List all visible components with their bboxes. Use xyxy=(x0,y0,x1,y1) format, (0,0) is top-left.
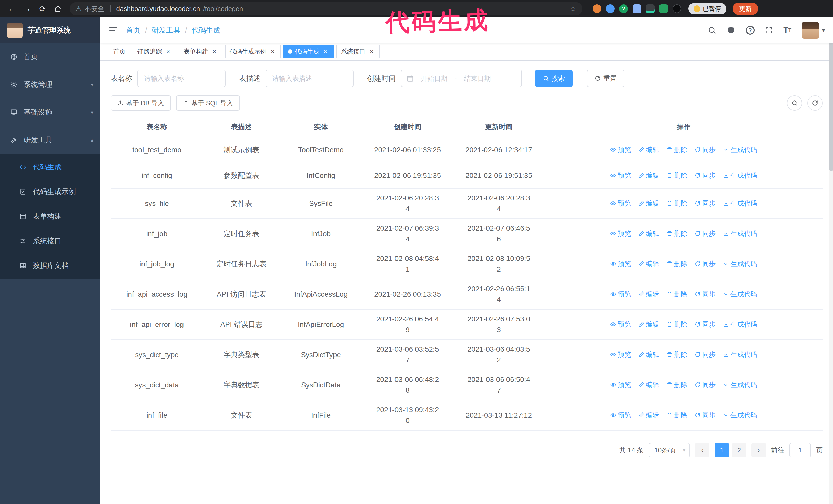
help-icon[interactable]: ? xyxy=(746,26,755,34)
op-edit[interactable]: 编辑 xyxy=(638,349,659,360)
paused-badge[interactable]: 已暂停 xyxy=(688,3,727,14)
op-sync[interactable]: 同步 xyxy=(695,228,716,239)
import-db-button[interactable]: 基于 DB 导入 xyxy=(111,95,171,111)
tab-1[interactable]: 链路追踪× xyxy=(133,45,176,58)
op-generate[interactable]: 生成代码 xyxy=(723,144,757,155)
close-icon[interactable]: × xyxy=(322,48,329,55)
toggle-search-button[interactable] xyxy=(787,95,802,111)
goto-page-input[interactable] xyxy=(789,443,811,457)
op-delete[interactable]: 删除 xyxy=(666,170,687,181)
refresh-button[interactable] xyxy=(807,95,823,111)
tab-5[interactable]: 系统接口× xyxy=(336,45,380,58)
home-icon[interactable] xyxy=(51,2,65,16)
op-preview[interactable]: 预览 xyxy=(610,144,631,155)
extension-icon[interactable] xyxy=(606,4,615,13)
fullscreen-icon[interactable] xyxy=(765,26,773,34)
op-delete[interactable]: 删除 xyxy=(666,228,687,239)
search-icon[interactable] xyxy=(708,26,716,34)
app-logo[interactable]: 芋道管理系统 xyxy=(0,18,100,43)
op-sync[interactable]: 同步 xyxy=(695,349,716,360)
op-preview[interactable]: 预览 xyxy=(610,289,631,299)
sidebar-item-infra[interactable]: 基础设施 ▾ xyxy=(0,98,100,126)
breadcrumb-item-2[interactable]: 代码生成 xyxy=(192,25,220,35)
breadcrumb-item-1[interactable]: 研发工具 xyxy=(152,25,181,35)
close-icon[interactable]: × xyxy=(211,48,218,55)
op-generate[interactable]: 生成代码 xyxy=(723,198,757,209)
op-generate[interactable]: 生成代码 xyxy=(723,319,757,330)
op-delete[interactable]: 删除 xyxy=(666,410,687,421)
op-sync[interactable]: 同步 xyxy=(695,144,716,155)
op-generate[interactable]: 生成代码 xyxy=(723,258,757,269)
tab-0[interactable]: 首页 xyxy=(109,45,130,58)
op-edit[interactable]: 编辑 xyxy=(638,228,659,239)
op-edit[interactable]: 编辑 xyxy=(638,379,659,390)
op-generate[interactable]: 生成代码 xyxy=(723,170,757,181)
tab-2[interactable]: 表单构建× xyxy=(179,45,222,58)
extension-icon[interactable] xyxy=(593,4,601,13)
op-delete[interactable]: 删除 xyxy=(666,289,687,299)
op-preview[interactable]: 预览 xyxy=(610,349,631,360)
table-desc-input[interactable] xyxy=(265,70,354,87)
reset-button[interactable]: 重置 xyxy=(587,70,624,87)
op-preview[interactable]: 预览 xyxy=(610,258,631,269)
date-start-input[interactable] xyxy=(416,75,453,82)
sidebar-subitem-form[interactable]: 表单构建 xyxy=(0,204,100,229)
op-delete[interactable]: 删除 xyxy=(666,379,687,390)
close-icon[interactable]: × xyxy=(368,48,375,55)
reload-icon[interactable]: ⟳ xyxy=(36,2,49,16)
op-delete[interactable]: 删除 xyxy=(666,319,687,330)
op-edit[interactable]: 编辑 xyxy=(638,289,659,299)
op-preview[interactable]: 预览 xyxy=(610,228,631,239)
page-1[interactable]: 1 xyxy=(715,443,729,457)
op-preview[interactable]: 预览 xyxy=(610,319,631,330)
tab-4[interactable]: 代码生成× xyxy=(284,45,334,58)
sidebar-subitem-api[interactable]: 系统接口 xyxy=(0,229,100,253)
op-sync[interactable]: 同步 xyxy=(695,258,716,269)
op-sync[interactable]: 同步 xyxy=(695,289,716,299)
import-sql-button[interactable]: 基于 SQL 导入 xyxy=(176,95,240,111)
bookmark-star-icon[interactable]: ☆ xyxy=(570,5,576,13)
next-page-button[interactable]: › xyxy=(752,443,766,457)
op-delete[interactable]: 删除 xyxy=(666,198,687,209)
prev-page-button[interactable]: ‹ xyxy=(695,443,710,457)
font-size-icon[interactable]: TT xyxy=(783,26,791,34)
search-button[interactable]: 搜索 xyxy=(535,70,573,87)
sidebar-subitem-example[interactable]: 代码生成示例 xyxy=(0,179,100,204)
page-size-select[interactable]: 10条/页▾ xyxy=(649,443,690,457)
back-icon[interactable]: ← xyxy=(5,2,19,16)
op-edit[interactable]: 编辑 xyxy=(638,258,659,269)
extension-icon[interactable] xyxy=(633,4,641,13)
op-edit[interactable]: 编辑 xyxy=(638,319,659,330)
op-preview[interactable]: 预览 xyxy=(610,198,631,209)
page-2[interactable]: 2 xyxy=(732,443,746,457)
sidebar-item-gear[interactable]: 系统管理 ▾ xyxy=(0,71,100,98)
op-sync[interactable]: 同步 xyxy=(695,410,716,421)
op-preview[interactable]: 预览 xyxy=(610,170,631,181)
op-sync[interactable]: 同步 xyxy=(695,379,716,390)
date-end-input[interactable] xyxy=(459,75,496,82)
op-edit[interactable]: 编辑 xyxy=(638,198,659,209)
sidebar-subitem-dbdoc[interactable]: 数据库文档 xyxy=(0,253,100,278)
op-delete[interactable]: 删除 xyxy=(666,258,687,269)
op-generate[interactable]: 生成代码 xyxy=(723,289,757,299)
op-preview[interactable]: 预览 xyxy=(610,379,631,390)
github-icon[interactable] xyxy=(727,26,736,35)
op-preview[interactable]: 预览 xyxy=(610,410,631,421)
extension-icon[interactable]: V xyxy=(619,4,628,13)
extension-icon[interactable] xyxy=(646,4,654,13)
breadcrumb-item-0[interactable]: 首页 xyxy=(126,25,140,35)
address-bar[interactable]: ⚠ 不安全 dashboard.yudao.iocoder.cn/tool/co… xyxy=(70,2,582,16)
op-generate[interactable]: 生成代码 xyxy=(723,228,757,239)
op-generate[interactable]: 生成代码 xyxy=(723,349,757,360)
extension-icon[interactable] xyxy=(672,4,681,13)
extension-icon[interactable] xyxy=(659,4,668,13)
sidebar-item-tools[interactable]: 研发工具 ▴ xyxy=(0,126,100,154)
update-button[interactable]: 更新 xyxy=(733,3,758,15)
table-name-input[interactable] xyxy=(137,70,225,87)
tab-3[interactable]: 代码生成示例× xyxy=(225,45,281,58)
close-icon[interactable]: × xyxy=(165,48,172,55)
op-sync[interactable]: 同步 xyxy=(695,198,716,209)
op-delete[interactable]: 删除 xyxy=(666,349,687,360)
op-edit[interactable]: 编辑 xyxy=(638,144,659,155)
op-edit[interactable]: 编辑 xyxy=(638,170,659,181)
